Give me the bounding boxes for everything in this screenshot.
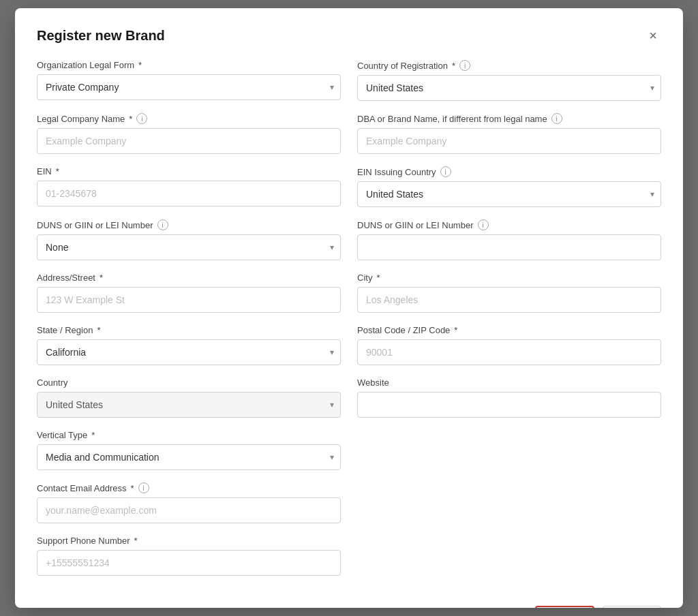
country-of-registration-field: Country of Registration * i United State… <box>357 60 661 101</box>
country-of-registration-label: Country of Registration * i <box>357 60 661 71</box>
modal-overlay: Register new Brand × Organization Legal … <box>0 0 698 616</box>
cancel-button[interactable]: Cancel <box>603 606 661 608</box>
state-region-wrapper: California New York Texas Florida ▾ <box>37 339 341 365</box>
modal-title: Register new Brand <box>37 28 165 44</box>
modal-footer: Submit Cancel <box>37 595 661 608</box>
org-legal-form-label: Organization Legal Form * <box>37 60 341 70</box>
org-legal-form-wrapper: Private Company Public Company Non-Profi… <box>37 74 341 100</box>
vertical-type-placeholder <box>357 430 661 470</box>
country-of-registration-wrapper: United States Canada United Kingdom ▾ <box>357 75 661 101</box>
postal-code-input[interactable] <box>357 339 661 365</box>
vertical-type-wrapper: Media and Communication Agriculture Educ… <box>37 444 341 470</box>
city-field: City * <box>357 273 661 313</box>
address-street-label: Address/Street * <box>37 273 341 283</box>
duns-right-label: DUNS or GIIN or LEI Number i <box>357 219 661 230</box>
country-of-registration-select[interactable]: United States Canada United Kingdom <box>357 75 661 101</box>
ein-field: EIN * <box>37 166 341 207</box>
country-select[interactable]: United States Canada United Kingdom <box>37 392 341 418</box>
legal-company-name-input[interactable] <box>37 128 341 154</box>
duns-right-field: DUNS or GIIN or LEI Number i <box>357 219 661 260</box>
contact-email-input[interactable] <box>37 497 341 523</box>
register-brand-modal: Register new Brand × Organization Legal … <box>15 8 683 608</box>
website-field: Website <box>357 378 661 418</box>
city-input[interactable] <box>357 287 661 313</box>
support-phone-field: Support Phone Number * <box>37 536 341 576</box>
duns-left-wrapper: None DUNS GIIN LEI ▾ <box>37 234 341 260</box>
country-of-registration-info-icon: i <box>459 60 470 71</box>
ein-issuing-country-label: EIN Issuing Country i <box>357 166 661 177</box>
dba-brand-name-info-icon: i <box>551 113 562 124</box>
duns-right-input[interactable] <box>357 234 661 260</box>
support-phone-label: Support Phone Number * <box>37 536 341 546</box>
website-label: Website <box>357 378 661 388</box>
legal-company-name-info-icon: i <box>136 113 147 124</box>
modal-header: Register new Brand × <box>37 27 661 44</box>
dba-brand-name-label: DBA or Brand Name, if different from leg… <box>357 113 661 124</box>
form-grid: Organization Legal Form * Private Compan… <box>37 60 661 588</box>
vertical-type-select[interactable]: Media and Communication Agriculture Educ… <box>37 444 341 470</box>
website-input[interactable] <box>357 392 661 418</box>
postal-code-label: Postal Code / ZIP Code * <box>357 325 661 335</box>
ein-issuing-country-select[interactable]: United States Canada United Kingdom <box>357 181 661 207</box>
duns-left-field: DUNS or GIIN or LEI Number i None DUNS G… <box>37 219 341 260</box>
dba-brand-name-field: DBA or Brand Name, if different from leg… <box>357 113 661 154</box>
address-street-field: Address/Street * <box>37 273 341 313</box>
country-label: Country <box>37 378 341 388</box>
dba-brand-name-input[interactable] <box>357 128 661 154</box>
ein-issuing-country-wrapper: United States Canada United Kingdom ▾ <box>357 181 661 207</box>
duns-right-info-icon: i <box>478 219 489 230</box>
org-legal-form-select[interactable]: Private Company Public Company Non-Profi… <box>37 74 341 100</box>
support-phone-input[interactable] <box>37 550 341 576</box>
org-legal-form-field: Organization Legal Form * Private Compan… <box>37 60 341 101</box>
duns-left-select[interactable]: None DUNS GIIN LEI <box>37 234 341 260</box>
state-region-field: State / Region * California New York Tex… <box>37 325 341 365</box>
ein-issuing-country-info-icon: i <box>440 166 451 177</box>
ein-input[interactable] <box>37 181 341 206</box>
state-region-label: State / Region * <box>37 325 341 335</box>
contact-email-placeholder <box>357 482 661 523</box>
country-wrapper: United States Canada United Kingdom ▾ <box>37 392 341 418</box>
vertical-type-field: Vertical Type * Media and Communication … <box>37 430 341 470</box>
address-street-input[interactable] <box>37 287 341 313</box>
country-field: Country United States Canada United King… <box>37 378 341 418</box>
contact-email-field: Contact Email Address * i <box>37 482 341 523</box>
ein-issuing-country-field: EIN Issuing Country i United States Cana… <box>357 166 661 207</box>
city-label: City * <box>357 273 661 283</box>
vertical-type-label: Vertical Type * <box>37 430 341 440</box>
legal-company-name-label: Legal Company Name * i <box>37 113 341 124</box>
close-button[interactable]: × <box>645 27 661 44</box>
duns-left-label: DUNS or GIIN or LEI Number i <box>37 219 341 230</box>
legal-company-name-field: Legal Company Name * i <box>37 113 341 154</box>
ein-label: EIN * <box>37 166 341 176</box>
submit-button[interactable]: Submit <box>535 606 595 608</box>
state-region-select[interactable]: California New York Texas Florida <box>37 339 341 365</box>
contact-email-info-icon: i <box>138 482 149 493</box>
support-phone-placeholder <box>357 536 661 576</box>
duns-left-info-icon: i <box>157 219 168 230</box>
postal-code-field: Postal Code / ZIP Code * <box>357 325 661 365</box>
contact-email-label: Contact Email Address * i <box>37 482 341 493</box>
